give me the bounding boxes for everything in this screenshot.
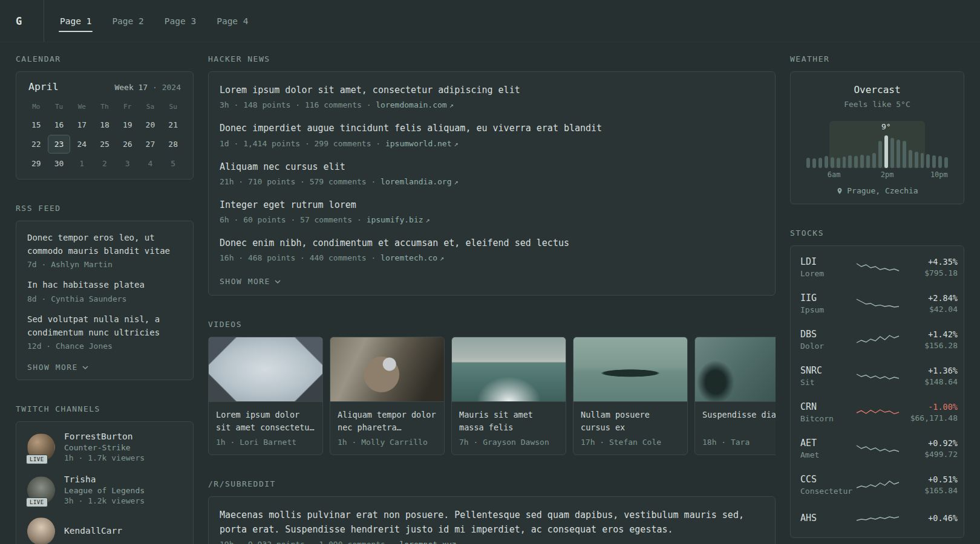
- calendar-day-header: Su: [162, 99, 185, 115]
- hn-item-domain-link[interactable]: ipsumworld.net: [385, 139, 452, 148]
- rss-item-title[interactable]: Donec tempor eros leo, ut commodo mauris…: [27, 232, 182, 257]
- calendar-day: 27: [139, 135, 162, 154]
- stock-row[interactable]: AHS +0.46%: [791, 503, 964, 534]
- rss-show-more-button[interactable]: SHOW MORE: [27, 363, 88, 372]
- hn-item-domain-link[interactable]: loremtech.co: [381, 253, 437, 262]
- calendar-day: 26: [116, 135, 139, 154]
- reddit-post-domain-link[interactable]: loremnet.xyz: [399, 540, 456, 544]
- left-column: CALENDAR April Week 17 · 2024 MoTuWeThFr…: [16, 54, 194, 544]
- weather-bar: [854, 156, 858, 168]
- stock-row[interactable]: SNRC Sit +1.36% $148.64: [791, 358, 964, 394]
- video-thumbnail[interactable]: [452, 337, 566, 402]
- calendar-header: April Week 17 · 2024: [25, 81, 185, 92]
- video-title[interactable]: Mauris sit amet massa felis: [459, 409, 558, 434]
- channel-name[interactable]: ForrestBurton: [64, 432, 145, 441]
- stock-row[interactable]: AET Amet +0.92% $499.72: [791, 430, 964, 467]
- video-thumbnail[interactable]: [695, 337, 776, 402]
- hn-item: Donec imperdiet augue tincidunt felis al…: [220, 121, 764, 147]
- reddit-post-title[interactable]: Maecenas mollis pulvinar erat non posuer…: [220, 508, 764, 537]
- stock-sparkline-chart: [856, 404, 900, 421]
- twitch-channel-row[interactable]: LIVE Trisha League of Legends 3h · 1.2k …: [27, 474, 182, 505]
- twitch-channel-row[interactable]: KendallCarr: [27, 517, 182, 544]
- weather-time-label: 6am: [828, 170, 841, 179]
- stock-row[interactable]: LDI Lorem +4.35% $795.18: [791, 249, 964, 285]
- hn-item-title[interactable]: Aliquam nec cursus elit: [220, 160, 764, 174]
- calendar-day-header: We: [70, 99, 93, 115]
- rss-item-title[interactable]: In hac habitasse platea: [27, 279, 182, 292]
- weather-location[interactable]: Prague, Czechia: [800, 186, 954, 195]
- tab-page-2[interactable]: Page 2: [111, 13, 145, 30]
- stock-symbol: CRN: [800, 401, 856, 412]
- rss-item: In hac habitasse platea 8d · Cynthia Sau…: [27, 279, 182, 303]
- tab-page-4[interactable]: Page 4: [215, 13, 249, 30]
- calendar-grid: MoTuWeThFrSaSu15161718192021222324252627…: [25, 99, 185, 173]
- stock-sparkline-chart: [856, 331, 900, 348]
- hn-item-meta: 6h · 60 points · 57 comments · ipsumify.…: [220, 215, 764, 224]
- stock-price: $66,171.48: [900, 413, 958, 423]
- video-title[interactable]: Suspendisse diam: [702, 409, 776, 434]
- calendar-day: 17: [70, 115, 93, 134]
- hn-item-meta: 3h · 148 points · 116 comments · loremdo…: [220, 100, 764, 109]
- weather-bar: [831, 157, 834, 168]
- video-meta: 7h · Grayson Dawson: [459, 438, 558, 447]
- external-link-icon: ↗: [454, 140, 459, 148]
- stock-sparkline-chart: [856, 510, 900, 527]
- stock-change: -1.00%: [900, 402, 958, 412]
- video-card[interactable]: Suspendisse diam 18h · Tara: [694, 337, 776, 455]
- calendar-day: 21: [162, 115, 185, 134]
- stock-sparkline-chart: [856, 440, 900, 457]
- video-title[interactable]: Aliquam tempor dolor nec pharetra…: [338, 409, 437, 434]
- stock-change: +0.51%: [900, 474, 958, 484]
- twitch-channel-row[interactable]: LIVE ForrestBurton Counter-Strike 1h · 1…: [27, 432, 182, 462]
- twitch-widget: TWITCH CHANNELS LIVE ForrestBurton Count…: [16, 404, 194, 544]
- hn-item-title[interactable]: Lorem ipsum dolor sit amet, consectetur …: [220, 83, 764, 97]
- calendar-year: 2024: [162, 83, 181, 92]
- map-pin-icon: [836, 187, 843, 195]
- video-thumbnail[interactable]: [330, 337, 444, 402]
- calendar-day: 16: [48, 115, 71, 134]
- stock-row[interactable]: CRN Bitcorn -1.00% $66,171.48: [791, 394, 964, 430]
- stock-symbol: SNRC: [800, 365, 856, 376]
- rss-item-title[interactable]: Sed volutpat nulla nisl, a condimentum n…: [27, 313, 182, 339]
- weather-bar: [915, 152, 918, 168]
- video-card[interactable]: Lorem ipsum dolor sit amet consectetu… 1…: [208, 337, 323, 455]
- tab-page-1[interactable]: Page 1: [59, 13, 93, 30]
- weather-bar: [938, 156, 942, 168]
- video-card[interactable]: Mauris sit amet massa felis 7h · Grayson…: [451, 337, 566, 455]
- channel-name[interactable]: KendallCarr: [64, 526, 122, 536]
- stock-symbol: CCS: [800, 474, 856, 485]
- stock-row[interactable]: IIG Ipsum +2.84% $42.04: [791, 285, 964, 322]
- video-card[interactable]: Nullam posuere cursus ex 17h · Stefan Co…: [573, 337, 688, 455]
- stock-symbol: IIG: [800, 293, 856, 303]
- hn-item-domain-link[interactable]: loremdomain.com: [376, 100, 446, 109]
- live-badge: LIVE: [26, 497, 48, 507]
- hn-item-domain-link[interactable]: ipsumify.biz: [367, 215, 423, 224]
- avatar: [27, 517, 55, 544]
- weather-bar: [897, 140, 900, 168]
- video-title[interactable]: Nullam posuere cursus ex: [581, 409, 680, 434]
- calendar-card: April Week 17 · 2024 MoTuWeThFrSaSu15161…: [16, 71, 194, 180]
- page-tabs: Page 1 Page 2 Page 3 Page 4: [59, 0, 268, 42]
- stock-name: Amet: [800, 450, 856, 459]
- stocks-card: LDI Lorem +4.35% $795.18 IIG Ipsum: [790, 245, 964, 538]
- hn-item-title[interactable]: Donec enim nibh, condimentum et accumsan…: [220, 236, 764, 250]
- video-thumbnail[interactable]: [573, 337, 687, 402]
- hn-item-meta: 1d · 1,414 points · 299 comments · ipsum…: [220, 139, 764, 148]
- hn-item-title[interactable]: Donec imperdiet augue tincidunt felis al…: [220, 121, 764, 135]
- weather-bar: [848, 155, 852, 168]
- video-card[interactable]: Aliquam tempor dolor nec pharetra… 1h · …: [330, 337, 445, 455]
- video-title[interactable]: Lorem ipsum dolor sit amet consectetu…: [216, 409, 315, 434]
- channel-name[interactable]: Trisha: [64, 474, 145, 484]
- tab-page-3[interactable]: Page 3: [163, 13, 197, 30]
- weather-bar: [932, 155, 936, 168]
- stock-row[interactable]: CCS Consectetur +0.51% $165.84: [791, 467, 964, 503]
- hn-item-domain-link[interactable]: loremlandia.org: [381, 177, 451, 186]
- weather-bar: [878, 141, 882, 168]
- video-thumbnail[interactable]: [209, 337, 322, 402]
- hn-item-title[interactable]: Integer eget rutrum lorem: [220, 198, 764, 212]
- hackernews-show-more-button[interactable]: SHOW MORE: [220, 277, 281, 286]
- calendar-day: 28: [162, 135, 185, 154]
- reddit-post: Maecenas mollis pulvinar erat non posuer…: [220, 508, 764, 544]
- stock-row[interactable]: DBS Dolor +1.42% $156.28: [791, 322, 964, 358]
- middle-column: HACKER NEWS Lorem ipsum dolor sit amet, …: [208, 54, 776, 544]
